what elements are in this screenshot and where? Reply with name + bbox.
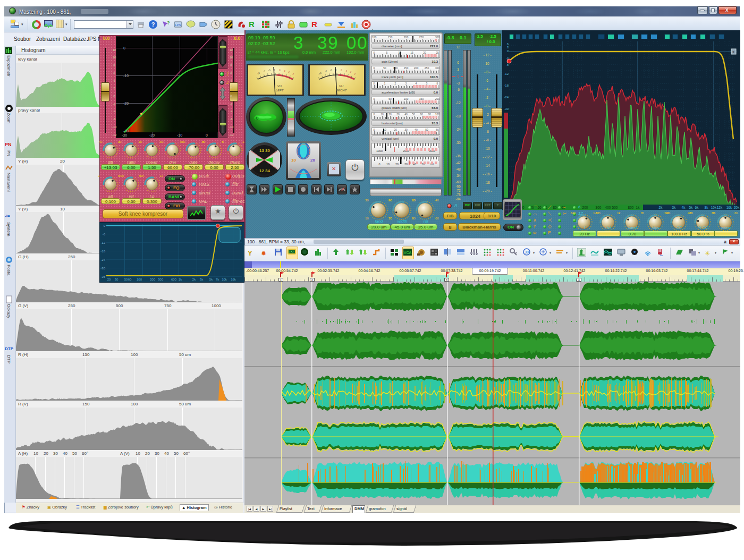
svg-text:300: 300 <box>435 66 439 70</box>
svg-text:50: 50 <box>412 113 415 116</box>
svg-text:80: 80 <box>428 113 431 116</box>
svg-text:LPS: LPS <box>175 23 181 27</box>
svg-text:200: 200 <box>582 206 588 209</box>
svg-text:20: 20 <box>107 278 111 281</box>
svg-text:0: 0 <box>457 74 459 78</box>
svg-text:- -10 -: - -10 - <box>483 147 492 150</box>
svg-text:-30: -30 <box>100 267 105 270</box>
svg-text:0: 0 <box>374 128 375 131</box>
svg-text:5: 5 <box>386 51 388 54</box>
svg-text:-10: -10 <box>318 72 322 75</box>
svg-text:2: 2 <box>230 87 232 90</box>
svg-text:6: 6 <box>230 72 232 75</box>
svg-text:3: 3 <box>507 46 509 49</box>
svg-text:0: 0 <box>378 163 380 166</box>
svg-text:60: 60 <box>128 278 132 281</box>
svg-text:8: 8 <box>230 64 232 67</box>
svg-text:30: 30 <box>404 163 408 166</box>
svg-text:100: 100 <box>435 113 439 116</box>
svg-text:-10: -10 <box>177 133 182 137</box>
svg-text:1: 1 <box>384 82 386 85</box>
svg-text:- -16 -: - -16 - <box>483 172 492 176</box>
svg-text:0: 0 <box>507 49 509 53</box>
svg-text:3: 3 <box>292 72 294 75</box>
svg-text:8: 8 <box>437 82 438 85</box>
svg-text:12: 12 <box>230 48 233 52</box>
svg-text:5k: 5k <box>209 278 213 281</box>
svg-text:-5: -5 <box>268 69 271 72</box>
svg-text:16k: 16k <box>726 206 732 209</box>
svg-text:3: 3 <box>457 67 459 71</box>
svg-text:- 8 -: - 8 - <box>484 70 491 74</box>
svg-text:1: 1 <box>345 70 348 73</box>
svg-text:- -18 -: - -18 - <box>483 181 492 184</box>
svg-text:1: 1 <box>284 70 286 73</box>
svg-text:30: 30 <box>396 113 400 116</box>
svg-text:2: 2 <box>288 71 290 74</box>
svg-text:-72: -72 <box>455 189 461 192</box>
svg-text:50: 50 <box>425 128 428 131</box>
svg-text:10: 10 <box>230 56 233 59</box>
svg-text:VCA: VCA <box>404 251 412 254</box>
svg-text:15: 15 <box>410 51 413 54</box>
svg-text:0: 0 <box>206 133 208 137</box>
svg-text:-10: -10 <box>229 125 234 129</box>
svg-text:-30: -30 <box>455 141 461 145</box>
svg-text:-36: -36 <box>455 154 461 158</box>
svg-text:13 30: 13 30 <box>259 148 270 153</box>
svg-text:0: 0 <box>113 95 115 98</box>
svg-text:20k: 20k <box>734 206 740 209</box>
svg-text:- -2 -: - -2 - <box>484 113 491 116</box>
svg-text:12 34: 12 34 <box>259 168 270 173</box>
svg-text:-4: -4 <box>113 110 116 113</box>
svg-text:0: 0 <box>374 113 375 116</box>
svg-text:- -8 -: - -8 - <box>484 138 491 142</box>
svg-text:- -20 -: - -20 - <box>483 189 492 193</box>
svg-text:800: 800 <box>628 206 634 209</box>
svg-text:0: 0 <box>374 82 375 85</box>
svg-text:- 4 -: - 4 - <box>484 87 491 91</box>
svg-text:80: 80 <box>553 206 557 209</box>
svg-text:-6: -6 <box>103 233 106 236</box>
svg-text:-24: -24 <box>504 96 509 99</box>
svg-text:100: 100 <box>404 97 409 100</box>
svg-text:200: 200 <box>435 97 439 100</box>
svg-text:2: 2 <box>395 82 396 85</box>
svg-text:-6: -6 <box>456 88 460 91</box>
svg-text:30: 30 <box>404 128 408 131</box>
svg-text:-18: -18 <box>504 84 509 87</box>
svg-text:10: 10 <box>381 113 384 116</box>
svg-text:3: 3 <box>405 82 407 85</box>
svg-text:- -4 -: - -4 - <box>484 121 491 125</box>
svg-text:-7: -7 <box>263 70 266 73</box>
svg-text:6: 6 <box>113 72 115 75</box>
svg-text:0: 0 <box>374 66 375 70</box>
svg-text:-8: -8 <box>506 63 509 66</box>
svg-text:0: 0 <box>374 97 375 100</box>
svg-text:50: 50 <box>537 206 542 209</box>
svg-text:10k: 10k <box>222 278 227 281</box>
svg-text:2: 2 <box>113 87 115 90</box>
svg-text:x: x <box>732 50 734 54</box>
svg-text:-4: -4 <box>230 110 233 113</box>
svg-text:20: 20 <box>394 128 397 131</box>
svg-text:VU: VU <box>277 84 282 88</box>
svg-text:100: 100 <box>137 278 142 281</box>
svg-text:- 10 -: - 10 - <box>483 62 491 65</box>
svg-text:LEFT: LEFT <box>276 89 284 92</box>
svg-text:12: 12 <box>456 46 460 49</box>
svg-text:200: 200 <box>414 66 419 70</box>
svg-text:10: 10 <box>291 158 296 163</box>
svg-text:10k: 10k <box>711 206 717 209</box>
svg-text:30: 30 <box>525 250 529 254</box>
svg-text:-7: -7 <box>325 70 328 73</box>
svg-text:-24: -24 <box>455 128 461 131</box>
svg-text:0: 0 <box>123 46 125 50</box>
svg-text:3k: 3k <box>200 278 204 281</box>
svg-text:- -6 -: - -6 - <box>484 130 491 133</box>
svg-text:600: 600 <box>171 278 177 281</box>
svg-text:-12: -12 <box>455 101 461 105</box>
svg-text:20: 20 <box>395 163 399 166</box>
svg-text:300: 300 <box>596 206 602 209</box>
svg-text:-30: -30 <box>504 107 509 111</box>
